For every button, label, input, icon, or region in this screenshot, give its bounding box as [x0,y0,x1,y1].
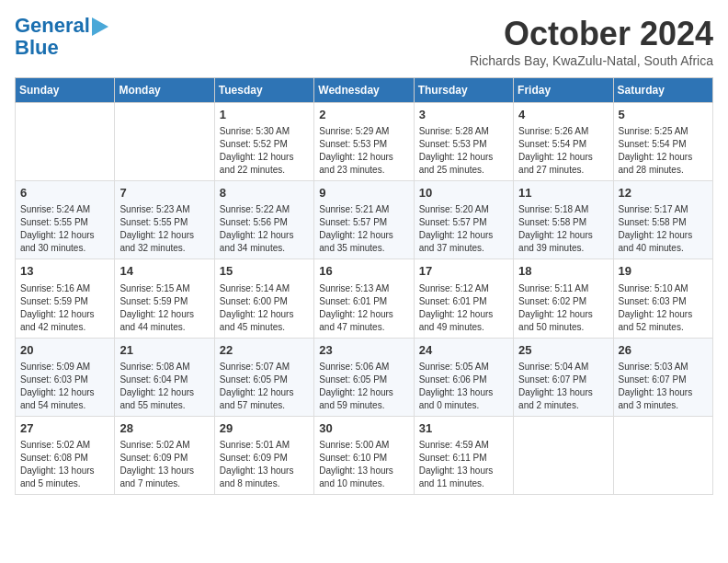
day-number: 13 [20,263,109,280]
daylight-text: Daylight: 12 hours and 28 minutes. [619,152,693,175]
calendar-cell [115,103,214,181]
calendar-table: SundayMondayTuesdayWednesdayThursdayFrid… [15,77,713,495]
weekday-header: Tuesday [214,78,313,103]
calendar-cell: 15 Sunrise: 5:14 AM Sunset: 6:00 PM Dayl… [214,259,313,338]
day-number: 22 [220,342,309,359]
day-number: 27 [20,420,109,437]
sunset-text: Sunset: 5:59 PM [20,296,88,306]
day-number: 7 [119,185,209,201]
day-number: 28 [119,420,209,437]
sunset-text: Sunset: 5:57 PM [319,217,387,227]
sunrise-text: Sunrise: 5:03 AM [619,362,688,372]
sunrise-text: Sunrise: 5:17 AM [619,204,688,214]
weekday-header: Sunday [16,78,115,103]
daylight-text: Daylight: 12 hours and 34 minutes. [220,230,294,253]
sunset-text: Sunset: 5:54 PM [518,139,586,149]
calendar-cell [16,103,115,181]
logo: General Blue [15,15,108,59]
sunrise-text: Sunrise: 5:01 AM [220,440,290,450]
sunrise-text: Sunrise: 5:22 AM [220,204,290,214]
sunset-text: Sunset: 6:10 PM [319,453,387,463]
calendar-cell: 1 Sunrise: 5:30 AM Sunset: 5:52 PM Dayli… [214,103,313,181]
sunrise-text: Sunrise: 5:07 AM [220,362,290,372]
calendar-cell: 27 Sunrise: 5:02 AM Sunset: 6:08 PM Dayl… [16,416,115,494]
calendar-cell: 30 Sunrise: 5:00 AM Sunset: 6:10 PM Dayl… [314,416,414,494]
day-number: 30 [319,420,408,437]
calendar-cell: 26 Sunrise: 5:03 AM Sunset: 6:07 PM Dayl… [613,338,712,416]
weekday-header: Thursday [414,78,513,103]
daylight-text: Daylight: 12 hours and 54 minutes. [20,387,95,410]
calendar-cell: 14 Sunrise: 5:15 AM Sunset: 5:59 PM Dayl… [115,259,214,338]
day-number: 19 [619,263,708,280]
sunrise-text: Sunrise: 5:24 AM [20,204,90,214]
daylight-text: Daylight: 13 hours and 3 minutes. [619,387,693,410]
calendar-cell: 22 Sunrise: 5:07 AM Sunset: 6:05 PM Dayl… [214,338,313,416]
daylight-text: Daylight: 13 hours and 11 minutes. [419,465,494,488]
sunrise-text: Sunrise: 5:16 AM [20,283,90,293]
calendar-week-row: 27 Sunrise: 5:02 AM Sunset: 6:08 PM Dayl… [16,416,713,494]
calendar-header-row: SundayMondayTuesdayWednesdayThursdayFrid… [16,78,713,103]
day-number: 23 [319,342,408,359]
sunrise-text: Sunrise: 5:09 AM [20,362,90,372]
daylight-text: Daylight: 12 hours and 25 minutes. [419,152,494,175]
calendar-cell: 29 Sunrise: 5:01 AM Sunset: 6:09 PM Dayl… [214,416,313,494]
calendar-cell: 25 Sunrise: 5:04 AM Sunset: 6:07 PM Dayl… [514,338,613,416]
daylight-text: Daylight: 12 hours and 23 minutes. [319,152,393,175]
day-number: 17 [419,263,508,280]
day-number: 20 [20,342,109,359]
day-number: 31 [419,420,508,437]
sunrise-text: Sunrise: 4:59 AM [419,440,489,450]
daylight-text: Daylight: 12 hours and 42 minutes. [20,309,95,332]
sunrise-text: Sunrise: 5:02 AM [20,440,90,450]
day-number: 16 [319,263,408,280]
calendar-cell: 9 Sunrise: 5:21 AM Sunset: 5:57 PM Dayli… [314,181,414,259]
calendar-cell: 23 Sunrise: 5:06 AM Sunset: 6:05 PM Dayl… [314,338,414,416]
sunset-text: Sunset: 6:09 PM [220,453,288,463]
sunset-text: Sunset: 5:55 PM [119,217,188,227]
sunrise-text: Sunrise: 5:28 AM [419,126,489,136]
day-number: 14 [119,263,209,280]
calendar-cell: 13 Sunrise: 5:16 AM Sunset: 5:59 PM Dayl… [16,259,115,338]
calendar-cell: 24 Sunrise: 5:05 AM Sunset: 6:06 PM Dayl… [414,338,513,416]
daylight-text: Daylight: 12 hours and 49 minutes. [419,309,494,332]
daylight-text: Daylight: 13 hours and 2 minutes. [518,387,593,410]
daylight-text: Daylight: 12 hours and 44 minutes. [119,309,194,332]
sunrise-text: Sunrise: 5:04 AM [518,362,588,372]
daylight-text: Daylight: 12 hours and 37 minutes. [419,230,494,253]
sunrise-text: Sunrise: 5:08 AM [119,362,189,372]
daylight-text: Daylight: 13 hours and 7 minutes. [119,465,194,488]
day-number: 1 [220,107,309,123]
sunrise-text: Sunrise: 5:05 AM [419,362,489,372]
day-number: 29 [220,420,309,437]
sunrise-text: Sunrise: 5:12 AM [419,283,489,293]
sunset-text: Sunset: 5:58 PM [619,217,687,227]
sunset-text: Sunset: 6:07 PM [518,374,586,385]
calendar-cell: 28 Sunrise: 5:02 AM Sunset: 6:09 PM Dayl… [115,416,214,494]
day-number: 24 [419,342,508,359]
weekday-header: Wednesday [314,78,414,103]
sunrise-text: Sunrise: 5:18 AM [518,204,588,214]
sunrise-text: Sunrise: 5:25 AM [619,126,688,136]
sunrise-text: Sunrise: 5:13 AM [319,283,389,293]
calendar-cell [514,416,613,494]
weekday-header: Monday [115,78,214,103]
day-number: 11 [518,185,608,201]
daylight-text: Daylight: 12 hours and 30 minutes. [20,230,95,253]
sunset-text: Sunset: 5:53 PM [419,139,487,149]
calendar-week-row: 6 Sunrise: 5:24 AM Sunset: 5:55 PM Dayli… [16,181,713,259]
calendar-week-row: 20 Sunrise: 5:09 AM Sunset: 6:03 PM Dayl… [16,338,713,416]
calendar-cell: 18 Sunrise: 5:11 AM Sunset: 6:02 PM Dayl… [514,259,613,338]
calendar-cell: 10 Sunrise: 5:20 AM Sunset: 5:57 PM Dayl… [414,181,513,259]
sunrise-text: Sunrise: 5:06 AM [319,362,389,372]
calendar-cell: 16 Sunrise: 5:13 AM Sunset: 6:01 PM Dayl… [314,259,414,338]
daylight-text: Daylight: 12 hours and 35 minutes. [319,230,393,253]
sunrise-text: Sunrise: 5:00 AM [319,440,389,450]
sunset-text: Sunset: 5:54 PM [619,139,687,149]
sunset-text: Sunset: 5:52 PM [220,139,288,149]
calendar-cell: 7 Sunrise: 5:23 AM Sunset: 5:55 PM Dayli… [115,181,214,259]
sunrise-text: Sunrise: 5:23 AM [119,204,189,214]
sunset-text: Sunset: 6:05 PM [319,374,387,385]
daylight-text: Daylight: 13 hours and 8 minutes. [220,465,294,488]
calendar-cell: 21 Sunrise: 5:08 AM Sunset: 6:04 PM Dayl… [115,338,214,416]
sunset-text: Sunset: 5:59 PM [119,296,188,306]
